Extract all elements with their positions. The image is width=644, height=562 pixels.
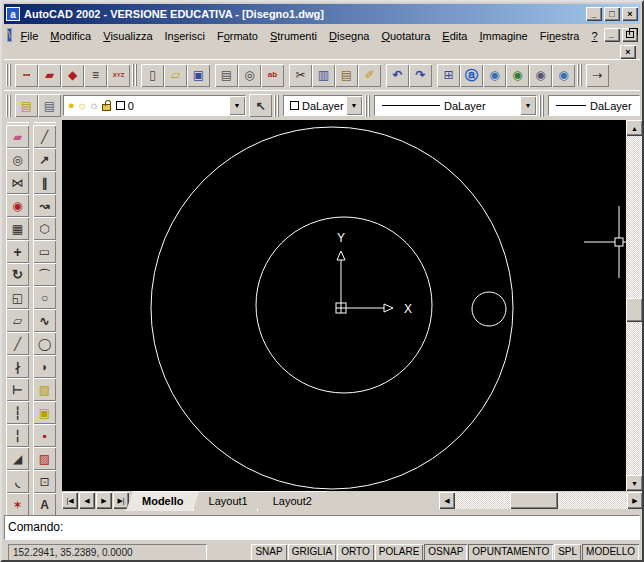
menu-inserisci[interactable]: Inserisci xyxy=(159,28,211,44)
layer-dropdown[interactable]: ● ☼ ☼ 0 ▼ xyxy=(63,95,246,116)
undo-button[interactable]: ↶ xyxy=(386,64,409,87)
etransmit-button[interactable]: ◉ xyxy=(529,64,552,87)
arc-button[interactable]: ⌒ xyxy=(33,263,56,286)
explode-button[interactable]: ✶ xyxy=(6,493,29,516)
ellipse-button[interactable]: ◯ xyxy=(33,332,56,355)
layer-dropdown-arrow[interactable]: ▼ xyxy=(229,96,245,115)
match-properties-button[interactable]: ✐ xyxy=(358,64,381,87)
mass-properties-button[interactable]: ◆ xyxy=(61,64,84,87)
polyline-button[interactable]: ↝ xyxy=(33,194,56,217)
menu-finestra[interactable]: Finestra xyxy=(534,28,586,44)
today-button[interactable]: ⓐ xyxy=(460,64,483,87)
multiline-button[interactable]: ∥ xyxy=(33,171,56,194)
color-dropdown-arrow[interactable]: ▼ xyxy=(346,96,362,115)
toolbar-grip[interactable] xyxy=(7,122,29,123)
layer-previous-button[interactable]: ↖ xyxy=(249,94,272,117)
break-button[interactable]: ╎ xyxy=(6,424,29,447)
menu-visualizza[interactable]: Visualizza xyxy=(97,28,158,44)
hscroll-track[interactable] xyxy=(455,492,627,509)
prev-tab-button[interactable]: ◀ xyxy=(79,492,95,509)
point-button[interactable]: ▪ xyxy=(33,424,56,447)
status-toggle-spl[interactable]: SPL xyxy=(554,544,581,561)
open-button[interactable]: ▱ xyxy=(164,64,187,87)
layer-states-button[interactable]: ▤ xyxy=(38,94,61,117)
hyperlink-button[interactable]: ◉ xyxy=(552,64,575,87)
mirror-button[interactable]: ⋈ xyxy=(6,171,29,194)
drawing-canvas[interactable]: YX xyxy=(62,120,626,491)
trim-button[interactable]: ∤ xyxy=(6,355,29,378)
child-restore-button[interactable] xyxy=(622,28,638,42)
new-button[interactable]: ▯ xyxy=(141,64,164,87)
status-toggle-osnap[interactable]: OSNAP xyxy=(424,544,467,561)
fillet-button[interactable]: ◟ xyxy=(6,470,29,493)
document-icon[interactable]: \ xyxy=(7,28,12,42)
scale-button[interactable]: ◱ xyxy=(6,286,29,309)
status-toggle-orto[interactable]: ORTO xyxy=(337,544,374,561)
cut-button[interactable]: ✂ xyxy=(289,64,312,87)
toolbar-grip[interactable] xyxy=(132,64,139,86)
move-button[interactable]: + xyxy=(6,240,29,263)
insert-block-button[interactable]: ▧ xyxy=(33,378,56,401)
horizontal-scrollbar[interactable]: ◀ ▶ xyxy=(439,492,643,509)
hatch-button[interactable]: ▨ xyxy=(33,447,56,470)
child-minimize-button[interactable]: _ xyxy=(604,28,620,42)
offset-button[interactable]: ◉ xyxy=(6,194,29,217)
redo-button[interactable]: ↷ xyxy=(409,64,432,87)
tab-layout2[interactable]: Layout2 xyxy=(257,491,328,511)
make-block-button[interactable]: ▣ xyxy=(33,401,56,424)
first-tab-button[interactable]: |◀ xyxy=(62,492,78,509)
chamfer-button[interactable]: ◢ xyxy=(6,447,29,470)
lineweight-dropdown[interactable]: DaLayer xyxy=(548,95,640,116)
linetype-dropdown[interactable]: DaLayer ▼ xyxy=(374,95,537,116)
status-toggle-opuntamento[interactable]: OPUNTAMENTO xyxy=(468,544,553,561)
scroll-down-icon[interactable]: ▼ xyxy=(626,475,643,491)
break-at-point-button[interactable]: ┆ xyxy=(6,401,29,424)
copy-object-button[interactable]: ◎ xyxy=(6,148,29,171)
print-button[interactable]: ▤ xyxy=(215,64,238,87)
menu-formato[interactable]: Formato xyxy=(211,28,264,44)
status-toggle-griglia[interactable]: GRIGLIA xyxy=(288,544,337,561)
list-button[interactable]: ≡ xyxy=(84,64,107,87)
toolbar-grip[interactable] xyxy=(6,95,13,117)
status-toggle-snap[interactable]: SNAP xyxy=(251,544,286,561)
ellipse-arc-button[interactable]: ◗ xyxy=(33,355,56,378)
distance-button[interactable]: ┅ xyxy=(15,64,38,87)
polygon-button[interactable]: ⬡ xyxy=(33,217,56,240)
toolbar-grip[interactable] xyxy=(577,64,584,86)
vertical-scrollbar[interactable]: ▲ ▼ xyxy=(626,120,643,491)
last-tab-button[interactable]: ▶| xyxy=(113,492,129,509)
status-toggle-modello[interactable]: MODELLO xyxy=(582,544,639,561)
scroll-right-icon[interactable]: ▶ xyxy=(627,492,643,509)
menu-disegna[interactable]: Disegna xyxy=(323,28,375,44)
erase-button[interactable]: ▰ xyxy=(6,125,29,148)
toolbar-grip[interactable] xyxy=(6,64,13,86)
designcenter-button[interactable]: ⊞ xyxy=(437,64,460,87)
maximize-button[interactable]: □ xyxy=(604,7,620,21)
scroll-up-icon[interactable]: ▲ xyxy=(626,120,643,136)
line-button[interactable]: ╱ xyxy=(33,125,56,148)
hscroll-thumb[interactable] xyxy=(510,492,558,509)
area-button[interactable]: ▰ xyxy=(38,64,61,87)
menu-edita[interactable]: Edita xyxy=(436,28,473,44)
tab-layout1[interactable]: Layout1 xyxy=(193,491,264,511)
print-preview-button[interactable]: ◎ xyxy=(238,64,261,87)
scroll-left-icon[interactable]: ◀ xyxy=(439,492,455,509)
find-button[interactable]: ab xyxy=(261,64,284,87)
publish-to-web-button[interactable]: ◉ xyxy=(506,64,529,87)
toolbar-grip[interactable] xyxy=(34,122,56,123)
stretch-button[interactable]: ▱ xyxy=(6,309,29,332)
menu-?[interactable]: ? xyxy=(585,28,603,44)
next-tab-button[interactable]: ▶ xyxy=(96,492,112,509)
child-close-button[interactable]: × xyxy=(620,45,636,59)
minimize-button[interactable]: _ xyxy=(586,7,602,21)
close-button[interactable]: × xyxy=(622,7,638,21)
menu-modifica[interactable]: Modifica xyxy=(44,28,97,44)
menu-immagine[interactable]: Immagine xyxy=(473,28,533,44)
save-button[interactable]: ▣ xyxy=(187,64,210,87)
locate-point-button[interactable]: XYZ xyxy=(107,64,130,87)
toolbar-grip[interactable] xyxy=(539,95,546,117)
lengthen-button[interactable]: ╱ xyxy=(6,332,29,355)
tab-modello[interactable]: Modello xyxy=(126,491,200,511)
paste-button[interactable]: ▤ xyxy=(335,64,358,87)
extend-button[interactable]: ⊢ xyxy=(6,378,29,401)
